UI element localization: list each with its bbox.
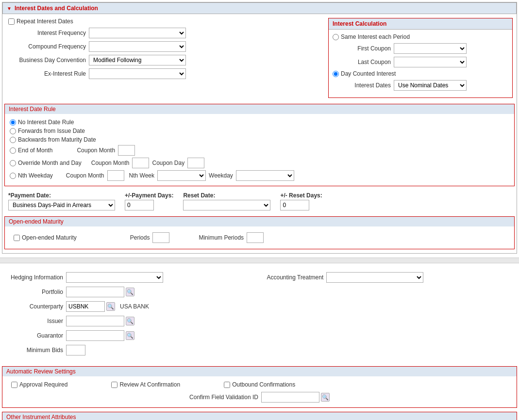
same-interest-label: Same Interest each Period <box>341 33 410 40</box>
hedging-info-select[interactable] <box>66 272 163 283</box>
plus-minus-reset-label: +/- Reset Days: <box>280 192 322 199</box>
compound-frequency-select[interactable] <box>89 41 186 52</box>
backwards-radio[interactable] <box>10 137 16 143</box>
coupon-day-input[interactable] <box>187 158 204 168</box>
issuer-label: Issuer <box>10 318 63 324</box>
counterparty-search-icon[interactable]: 🔍 <box>106 302 115 311</box>
ex-interest-rule-label: Ex-Interest Rule <box>8 70 86 77</box>
interest-dates-section-header: ▼ Interest Dates and Calculation <box>2 2 517 14</box>
ex-interest-rule-select[interactable] <box>89 68 186 79</box>
payment-section: *Payment Date: Business Days-Paid in Arr… <box>2 188 517 214</box>
nth-weekday-row: Nth Weekday Coupon Month Nth Week Weekda… <box>10 170 294 181</box>
repeat-interest-dates-checkbox[interactable] <box>8 18 15 25</box>
nth-weekday-radio[interactable] <box>10 173 16 179</box>
counterparty-label: Counterparty <box>10 303 63 310</box>
payment-date-label: *Payment Date: <box>8 192 115 199</box>
open-ended-checkbox[interactable] <box>14 235 20 241</box>
issuer-input[interactable] <box>66 316 124 326</box>
reset-date-select[interactable] <box>183 200 270 210</box>
portfolio-input[interactable] <box>66 287 124 297</box>
review-at-confirmation-checkbox[interactable] <box>111 382 117 388</box>
same-interest-radio[interactable] <box>333 34 339 40</box>
no-interest-date-rule-radio[interactable] <box>10 119 16 126</box>
day-counted-row: Day Counted Interest <box>333 70 508 77</box>
weekday-label: Weekday <box>209 172 233 179</box>
middle-section: Hedging Information Portfolio 🔍 Counterp… <box>0 267 519 364</box>
minimum-bids-input[interactable] <box>66 345 85 355</box>
auto-review-section: Automatic Review Settings Approval Requi… <box>2 366 517 408</box>
coupon-month-input-1[interactable] <box>118 145 135 156</box>
open-ended-label: Open-ended Maturity <box>22 234 77 241</box>
confirm-field-search-icon[interactable]: 🔍 <box>321 393 330 402</box>
plus-minus-payment-field: +/-Payment Days: <box>125 192 173 210</box>
guarantor-label: Guarantor <box>10 332 63 339</box>
approval-row: Approval Required Review At Confirmation… <box>7 379 512 390</box>
end-of-month-radio[interactable] <box>10 147 16 154</box>
accounting-treatment-select[interactable] <box>326 272 423 283</box>
interest-dates-row: Interest Dates Use Nominal Dates <box>342 80 508 91</box>
payment-date-select[interactable]: Business Days-Paid in Arrears <box>8 200 115 210</box>
plus-minus-reset-input[interactable] <box>280 200 309 210</box>
approval-required-checkbox[interactable] <box>11 382 17 388</box>
minimum-bids-row: Minimum Bids <box>10 345 252 355</box>
day-counted-label: Day Counted Interest <box>341 70 396 77</box>
coupon-month-label-2: Coupon Month <box>91 160 130 166</box>
accounting-treatment-row: Accounting Treatment <box>267 272 510 283</box>
last-coupon-select[interactable] <box>394 57 467 67</box>
end-of-month-row: End of Month Coupon Month <box>10 145 294 156</box>
issuer-search-icon[interactable]: 🔍 <box>126 317 134 325</box>
interest-calc-header: Interest Calculation <box>329 18 512 30</box>
other-instrument-section: Other Instrument Attributes Net Deal Set… <box>2 412 517 420</box>
override-month-radio[interactable] <box>10 160 16 166</box>
review-at-confirmation-label: Review At Confirmation <box>119 381 180 388</box>
override-month-label: Override Month and Day <box>18 160 82 166</box>
interest-frequency-label: Interest Frequency <box>8 30 86 36</box>
periods-input[interactable] <box>152 232 169 243</box>
coupon-month-input-2[interactable] <box>132 158 149 168</box>
separator <box>0 258 519 263</box>
outbound-confirmations-checkbox[interactable] <box>224 382 230 388</box>
plus-minus-payment-label: +/-Payment Days: <box>125 192 173 199</box>
guarantor-row: Guarantor 🔍 <box>10 330 252 341</box>
accounting-treatment-label: Accounting Treatment <box>267 274 324 281</box>
portfolio-search-icon[interactable]: 🔍 <box>126 288 134 296</box>
minimum-periods-input[interactable] <box>247 232 264 243</box>
last-coupon-label: Last Coupon <box>342 59 391 65</box>
guarantor-input[interactable] <box>66 330 124 341</box>
hedging-info-row: Hedging Information <box>10 272 252 283</box>
coupon-month-input-3[interactable] <box>107 170 124 181</box>
business-day-convention-select[interactable]: Modified Following <box>89 55 186 65</box>
guarantor-search-icon[interactable]: 🔍 <box>126 331 134 340</box>
auto-review-header: Automatic Review Settings <box>2 367 517 376</box>
forwards-label: Forwards from Issue Date <box>18 128 85 134</box>
open-ended-header: Open-ended Maturity <box>5 217 514 226</box>
forwards-row: Forwards from Issue Date <box>10 128 294 134</box>
interest-frequency-select[interactable] <box>89 28 186 38</box>
nth-week-select[interactable] <box>157 170 206 181</box>
override-month-row: Override Month and Day Coupon Month Coup… <box>10 158 294 168</box>
same-interest-row: Same Interest each Period <box>333 33 508 40</box>
interest-dates-select[interactable]: Use Nominal Dates <box>394 80 467 91</box>
first-coupon-row: First Coupon <box>342 43 508 54</box>
forwards-radio[interactable] <box>10 128 16 134</box>
portfolio-label: Portfolio <box>10 289 63 295</box>
outbound-confirmations-label: Outbound Confirmations <box>232 381 295 388</box>
counterparty-input[interactable] <box>66 301 105 312</box>
backwards-row: Backwards from Maturity Date <box>10 136 294 143</box>
plus-minus-payment-input[interactable] <box>125 200 154 210</box>
compound-frequency-row: Compound Frequency <box>8 41 318 52</box>
other-instrument-header: Other Instrument Attributes <box>2 412 517 420</box>
payment-date-field: *Payment Date: Business Days-Paid in Arr… <box>8 192 115 210</box>
confirm-field-label: Confirm Field Validation ID <box>189 394 258 401</box>
collapse-triangle[interactable]: ▼ <box>7 6 12 11</box>
periods-label: Periods <box>130 234 150 241</box>
approval-required-label: Approval Required <box>19 381 67 388</box>
interest-date-rule-header: Interest Date Rule <box>5 104 514 114</box>
plus-minus-reset-field: +/- Reset Days: <box>280 192 322 210</box>
confirm-field-input[interactable] <box>261 392 319 403</box>
day-counted-radio[interactable] <box>333 71 339 77</box>
first-coupon-select[interactable] <box>394 43 467 54</box>
weekday-select[interactable] <box>236 170 294 181</box>
confirm-field-row: Confirm Field Validation ID 🔍 <box>7 390 512 404</box>
coupon-month-label-1: Coupon Month <box>77 147 115 154</box>
